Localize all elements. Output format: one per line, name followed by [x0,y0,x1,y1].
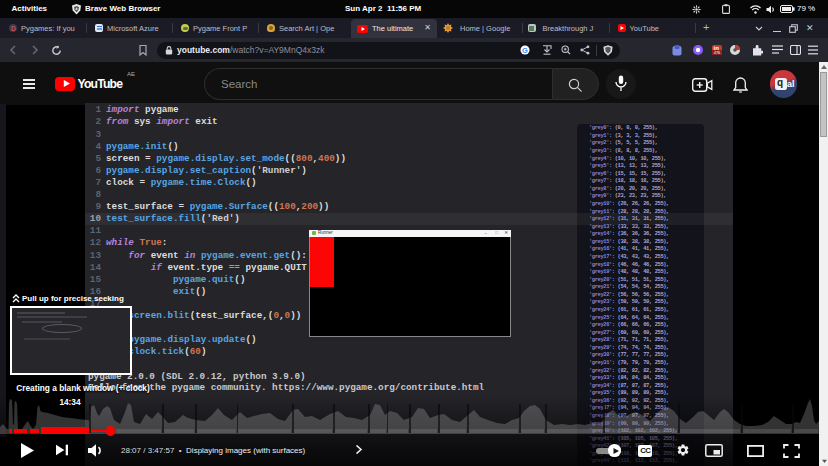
svg-text:G: G [522,46,528,55]
